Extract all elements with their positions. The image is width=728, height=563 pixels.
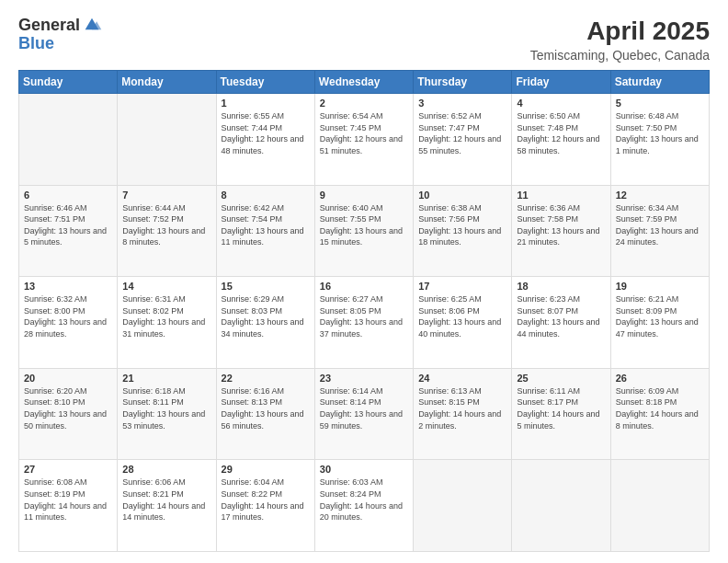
calendar-week-row: 27Sunrise: 6:08 AMSunset: 8:19 PMDayligh… [19, 460, 710, 552]
day-info: Sunrise: 6:55 AMSunset: 7:44 PMDaylight:… [222, 110, 310, 156]
weekday-header: Thursday [414, 71, 512, 94]
calendar-cell: 23Sunrise: 6:14 AMSunset: 8:14 PMDayligh… [314, 368, 413, 460]
calendar-cell: 4Sunrise: 6:50 AMSunset: 7:48 PMDaylight… [512, 94, 610, 186]
calendar-table: SundayMondayTuesdayWednesdayThursdayFrid… [18, 70, 710, 552]
calendar-week-row: 20Sunrise: 6:20 AMSunset: 8:10 PMDayligh… [19, 368, 710, 460]
day-info: Sunrise: 6:08 AMSunset: 8:19 PMDaylight:… [24, 477, 112, 523]
day-number: 23 [320, 373, 408, 384]
logo-text: General Blue [18, 17, 102, 53]
calendar-week-row: 6Sunrise: 6:46 AMSunset: 7:51 PMDaylight… [19, 185, 710, 277]
calendar-cell: 12Sunrise: 6:34 AMSunset: 7:59 PMDayligh… [610, 185, 709, 277]
day-info: Sunrise: 6:42 AMSunset: 7:54 PMDaylight:… [222, 202, 310, 248]
day-number: 1 [222, 98, 310, 109]
calendar-cell [118, 94, 216, 186]
calendar-cell: 21Sunrise: 6:18 AMSunset: 8:11 PMDayligh… [118, 368, 216, 460]
calendar-cell: 1Sunrise: 6:55 AMSunset: 7:44 PMDaylight… [216, 94, 314, 186]
page: General Blue April 2025 Temiscaming, Que… [0, 0, 728, 563]
calendar-week-row: 13Sunrise: 6:32 AMSunset: 8:00 PMDayligh… [19, 277, 710, 369]
day-number: 15 [222, 281, 310, 292]
day-info: Sunrise: 6:04 AMSunset: 8:22 PMDaylight:… [222, 477, 310, 523]
day-number: 14 [122, 281, 210, 292]
day-number: 19 [616, 281, 704, 292]
day-number: 3 [418, 98, 506, 109]
day-number: 30 [320, 464, 408, 475]
logo: General Blue [18, 17, 102, 53]
calendar-cell [512, 460, 610, 552]
calendar-cell [414, 460, 512, 552]
day-info: Sunrise: 6:32 AMSunset: 8:00 PMDaylight:… [24, 293, 112, 339]
day-info: Sunrise: 6:03 AMSunset: 8:24 PMDaylight:… [320, 477, 408, 523]
calendar-cell: 15Sunrise: 6:29 AMSunset: 8:03 PMDayligh… [216, 277, 314, 369]
day-number: 25 [517, 373, 605, 384]
main-title: April 2025 [530, 17, 710, 46]
calendar-cell: 10Sunrise: 6:38 AMSunset: 7:56 PMDayligh… [414, 185, 512, 277]
day-number: 13 [24, 281, 112, 292]
calendar-cell: 26Sunrise: 6:09 AMSunset: 8:18 PMDayligh… [610, 368, 709, 460]
calendar-cell: 5Sunrise: 6:48 AMSunset: 7:50 PMDaylight… [610, 94, 709, 186]
day-info: Sunrise: 6:13 AMSunset: 8:15 PMDaylight:… [418, 385, 506, 431]
day-info: Sunrise: 6:06 AMSunset: 8:21 PMDaylight:… [122, 477, 210, 523]
day-info: Sunrise: 6:31 AMSunset: 8:02 PMDaylight:… [122, 293, 210, 339]
calendar-cell: 24Sunrise: 6:13 AMSunset: 8:15 PMDayligh… [414, 368, 512, 460]
calendar-cell: 17Sunrise: 6:25 AMSunset: 8:06 PMDayligh… [414, 277, 512, 369]
calendar-cell: 8Sunrise: 6:42 AMSunset: 7:54 PMDaylight… [216, 185, 314, 277]
day-info: Sunrise: 6:29 AMSunset: 8:03 PMDaylight:… [222, 293, 310, 339]
weekday-header: Friday [512, 71, 610, 94]
day-number: 26 [616, 373, 704, 384]
day-number: 8 [222, 190, 310, 201]
calendar-cell: 14Sunrise: 6:31 AMSunset: 8:02 PMDayligh… [118, 277, 216, 369]
day-info: Sunrise: 6:25 AMSunset: 8:06 PMDaylight:… [418, 293, 506, 339]
day-info: Sunrise: 6:18 AMSunset: 8:11 PMDaylight:… [122, 385, 210, 431]
logo-icon [82, 15, 102, 35]
day-info: Sunrise: 6:44 AMSunset: 7:52 PMDaylight:… [122, 202, 210, 248]
calendar-cell: 27Sunrise: 6:08 AMSunset: 8:19 PMDayligh… [19, 460, 118, 552]
calendar-cell: 16Sunrise: 6:27 AMSunset: 8:05 PMDayligh… [314, 277, 413, 369]
weekday-header: Sunday [19, 71, 118, 94]
day-number: 21 [122, 373, 210, 384]
day-info: Sunrise: 6:14 AMSunset: 8:14 PMDaylight:… [320, 385, 408, 431]
day-number: 7 [122, 190, 210, 201]
logo-blue: Blue [18, 35, 102, 53]
day-info: Sunrise: 6:09 AMSunset: 8:18 PMDaylight:… [616, 385, 704, 431]
calendar-week-row: 1Sunrise: 6:55 AMSunset: 7:44 PMDaylight… [19, 94, 710, 186]
day-number: 5 [616, 98, 704, 109]
calendar-cell: 6Sunrise: 6:46 AMSunset: 7:51 PMDaylight… [19, 185, 118, 277]
calendar-cell: 13Sunrise: 6:32 AMSunset: 8:00 PMDayligh… [19, 277, 118, 369]
calendar-header-row: SundayMondayTuesdayWednesdayThursdayFrid… [19, 71, 710, 94]
day-number: 27 [24, 464, 112, 475]
day-info: Sunrise: 6:54 AMSunset: 7:45 PMDaylight:… [320, 110, 408, 156]
day-info: Sunrise: 6:36 AMSunset: 7:58 PMDaylight:… [517, 202, 605, 248]
calendar-cell: 3Sunrise: 6:52 AMSunset: 7:47 PMDaylight… [414, 94, 512, 186]
calendar-cell [19, 94, 118, 186]
weekday-header: Wednesday [314, 71, 413, 94]
day-info: Sunrise: 6:21 AMSunset: 8:09 PMDaylight:… [616, 293, 704, 339]
day-number: 17 [418, 281, 506, 292]
day-info: Sunrise: 6:48 AMSunset: 7:50 PMDaylight:… [616, 110, 704, 156]
title-block: April 2025 Temiscaming, Quebec, Canada [530, 17, 710, 63]
calendar-cell: 19Sunrise: 6:21 AMSunset: 8:09 PMDayligh… [610, 277, 709, 369]
weekday-header: Tuesday [216, 71, 314, 94]
calendar-cell: 9Sunrise: 6:40 AMSunset: 7:55 PMDaylight… [314, 185, 413, 277]
day-number: 6 [24, 190, 112, 201]
calendar-cell: 20Sunrise: 6:20 AMSunset: 8:10 PMDayligh… [19, 368, 118, 460]
calendar-cell: 2Sunrise: 6:54 AMSunset: 7:45 PMDaylight… [314, 94, 413, 186]
day-info: Sunrise: 6:23 AMSunset: 8:07 PMDaylight:… [517, 293, 605, 339]
day-info: Sunrise: 6:11 AMSunset: 8:17 PMDaylight:… [517, 385, 605, 431]
day-info: Sunrise: 6:38 AMSunset: 7:56 PMDaylight:… [418, 202, 506, 248]
day-number: 16 [320, 281, 408, 292]
calendar-cell: 11Sunrise: 6:36 AMSunset: 7:58 PMDayligh… [512, 185, 610, 277]
calendar-cell: 25Sunrise: 6:11 AMSunset: 8:17 PMDayligh… [512, 368, 610, 460]
calendar-cell: 18Sunrise: 6:23 AMSunset: 8:07 PMDayligh… [512, 277, 610, 369]
day-number: 18 [517, 281, 605, 292]
day-info: Sunrise: 6:20 AMSunset: 8:10 PMDaylight:… [24, 385, 112, 431]
calendar-cell: 29Sunrise: 6:04 AMSunset: 8:22 PMDayligh… [216, 460, 314, 552]
weekday-header: Saturday [610, 71, 709, 94]
header: General Blue April 2025 Temiscaming, Que… [18, 17, 710, 63]
day-number: 10 [418, 190, 506, 201]
day-number: 2 [320, 98, 408, 109]
day-number: 4 [517, 98, 605, 109]
calendar-cell [610, 460, 709, 552]
day-info: Sunrise: 6:40 AMSunset: 7:55 PMDaylight:… [320, 202, 408, 248]
day-number: 20 [24, 373, 112, 384]
day-info: Sunrise: 6:34 AMSunset: 7:59 PMDaylight:… [616, 202, 704, 248]
